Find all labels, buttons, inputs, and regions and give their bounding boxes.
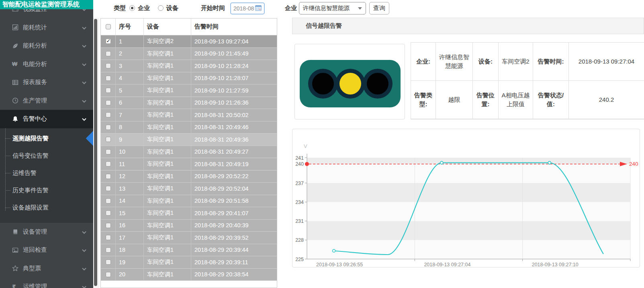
row-checkbox[interactable] [106,149,111,154]
row-checkbox[interactable] [106,210,111,216]
sidebar-subitem-signal-change-alarm[interactable]: 信号变位告警 [0,147,93,165]
table-row[interactable]: 8 车间空调1 2018-08-31 20:49:46 [101,121,277,134]
chevron-down-icon [82,247,86,253]
type-radio-enterprise-label[interactable]: 企业 [138,4,150,12]
type-radio-device[interactable] [158,5,164,11]
chevron-down-icon [82,24,86,31]
table-row[interactable]: 1 车间空调2 2018-09-13 09:27:04 [101,35,277,48]
filter-bar: 类型 企业 设备 开始时间 2018-08 企业 许继信息智慧能源 查询 [99,0,644,18]
enterprise-select[interactable]: 许继信息智慧能源 [299,2,366,14]
table-row[interactable]: 13 车间空调1 2018-08-29 20:52:04 [101,183,277,195]
sidebar-item-label: 设备管理 [23,228,82,236]
table-row[interactable]: 11 车间空调1 2018-08-31 20:49:19 [101,158,277,171]
sidebar-item-power-analysis[interactable]: ₩ 电能分析 [0,55,93,74]
table-row[interactable]: 18 车间空调1 2018-08-29 20:39:44 [101,244,277,257]
row-checkbox[interactable] [106,39,111,44]
sidebar-item-patrol-inspection[interactable]: 巡回检查 [0,241,93,259]
row-checkbox[interactable] [106,272,111,277]
sidebar-subitem-label: 遥测越限告警 [12,135,49,142]
table-row[interactable]: 17 车间空调1 2018-08-29 20:39:52 [101,232,277,244]
row-checkbox[interactable] [106,198,111,204]
row-checkbox[interactable] [106,125,111,130]
sidebar-item-label: 电能分析 [23,60,82,68]
row-checkbox[interactable] [106,174,111,179]
type-radio-enterprise[interactable] [129,5,135,11]
table-row[interactable]: 5 车间空调1 2018-09-10 21:27:59 [101,84,277,97]
table-row[interactable]: 20 车间空调1 2018-08-29 20:38:54 [101,269,277,281]
cell-seq: 7 [116,109,144,121]
row-checkbox[interactable] [106,100,111,105]
table-row[interactable]: 19 车间空调1 2018-08-29 20:39:11 [101,256,277,269]
cell-seq: 15 [116,207,144,220]
sidebar-subitem-device-limit-setting[interactable]: 设备越限设置 [0,199,93,216]
cell-time: 2018-09-10 21:26:36 [191,97,277,109]
table-row[interactable]: 7 车间空调1 2018-08-31 20:50:02 [101,109,277,121]
row-checkbox[interactable] [106,161,111,167]
cell-device: 车间空调1 [144,207,191,220]
select-all-checkbox[interactable] [106,24,111,29]
sidebar-item-energy-stats[interactable]: 能耗统计 [0,19,93,37]
sidebar-item-device-mgmt[interactable]: 设备管理 [0,223,93,241]
info-label: 告警状态/值: [533,81,569,119]
sidebar-subitem-telemetry-limit-alarm[interactable]: 遥测越限告警 [0,130,93,147]
sidebar-subitem-history-event-alarm[interactable]: 历史事件告警 [0,182,93,199]
row-checkbox[interactable] [106,88,111,93]
table-row[interactable]: 15 车间空调1 2018-08-29 20:41:07 [101,207,277,220]
svg-text:231: 231 [295,218,304,224]
info-value: 2018-09-13 09:27:04 [569,43,644,81]
row-checkbox[interactable] [106,247,111,253]
query-button[interactable]: 查询 [369,2,389,14]
table-row[interactable]: 16 车间空调1 2018-08-29 20:40:39 [101,220,277,232]
row-checkbox[interactable] [106,76,111,81]
table-row[interactable]: 12 车间空调1 2018-08-29 20:52:22 [101,171,277,183]
table-row[interactable]: 14 车间空调1 2018-08-29 20:51:58 [101,195,277,208]
table-row[interactable]: 10 车间空调1 2018-08-31 20:49:27 [101,146,277,158]
table-row[interactable]: 4 车间空调1 2018-09-10 21:28:07 [101,72,277,85]
sidebar-item-label: 生产管理 [23,97,82,105]
row-checkbox[interactable] [106,259,111,265]
table-scrollbar-thumb[interactable] [94,19,97,286]
row-checkbox[interactable] [106,51,111,56]
type-label: 类型 [114,4,126,12]
cell-time: 2018-08-29 20:41:07 [191,207,277,220]
row-checkbox[interactable] [106,186,111,191]
chevron-down-icon [82,97,86,104]
row-checkbox[interactable] [106,63,111,68]
sidebar-item-alarm-center[interactable]: 告警中心 [0,110,93,128]
sidebar-item-report-service[interactable]: 报表服务 [0,73,93,92]
cell-device: 车间空调1 [144,183,191,195]
sidebar-item-label: 巡回检查 [23,246,82,254]
table-row[interactable]: 6 车间空调1 2018-09-10 21:26:36 [101,97,277,109]
cell-seq: 2 [116,48,144,60]
panel-title: 信号越限告警 [306,22,342,30]
table-row[interactable]: 9 车间空调1 2018-08-31 20:49:36 [101,134,277,146]
calendar-icon[interactable] [255,5,262,12]
cell-device: 车间空调1 [144,84,191,97]
row-checkbox[interactable] [106,223,111,228]
sidebar-submenu: 遥测越限告警 信号变位告警 运维告警 历史事件告警 设备越限设置 [0,128,93,223]
start-time-input[interactable]: 2018-08 [230,2,265,14]
row-checkbox[interactable] [106,112,111,117]
cell-seq: 19 [116,256,144,269]
cell-seq: 13 [116,183,144,195]
table-row[interactable]: 3 车间空调1 2018-09-10 21:28:24 [101,60,277,72]
table-row[interactable]: 2 车间空调1 2018-09-10 21:45:49 [101,48,277,60]
info-label: 告警类型: [411,81,436,119]
sidebar-item-ops-mgmt[interactable]: ₹ 运维管理 [0,278,93,288]
alarm-table-body: 1 车间空调2 2018-09-13 09:27:04 2 车间空调1 2018… [101,35,277,281]
sidebar-item-production-mgmt[interactable]: 生产管理 [0,92,93,110]
sidebar-item-energy-analysis[interactable]: 能耗分析 [0,37,93,55]
traffic-lamp-right [363,69,393,99]
sidebar-subitem-ops-alarm[interactable]: 运维告警 [0,165,93,182]
cell-time: 2018-08-29 20:51:58 [191,195,277,208]
table-icon [12,79,23,86]
won-icon: ₩ [12,61,23,67]
star-icon [12,265,23,272]
sidebar-item-label: 能耗统计 [23,24,82,31]
type-radio-device-label[interactable]: 设备 [166,4,178,12]
traffic-light-icon [300,60,401,107]
sidebar-item-typical-ticket[interactable]: 典型票 [0,259,93,278]
row-checkbox[interactable] [106,235,111,240]
row-checkbox[interactable] [106,137,111,142]
alarm-table: 序号 设备 告警时间 1 车间空调2 2018-09-13 09:27:04 2… [100,18,277,288]
